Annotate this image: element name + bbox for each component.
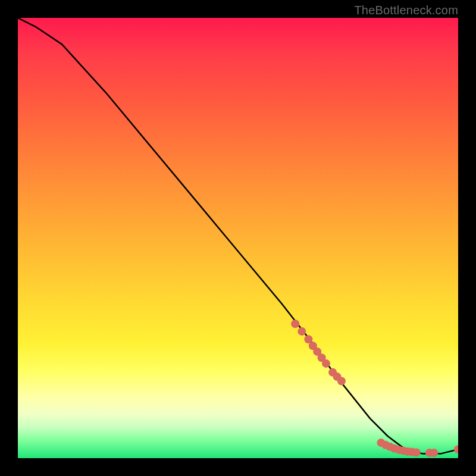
chart-dots	[291, 320, 458, 457]
data-point	[298, 327, 306, 336]
data-point	[322, 359, 330, 368]
chart-curve	[18, 18, 458, 454]
watermark-text: TheBottleneck.com	[354, 4, 458, 17]
data-point	[337, 377, 346, 386]
chart-frame: TheBottleneck.com	[0, 0, 476, 476]
data-point	[291, 320, 299, 328]
data-point	[430, 449, 438, 457]
chart-overlay	[18, 18, 458, 458]
plot-area	[18, 18, 458, 458]
data-point	[454, 445, 458, 453]
data-point	[412, 448, 421, 456]
